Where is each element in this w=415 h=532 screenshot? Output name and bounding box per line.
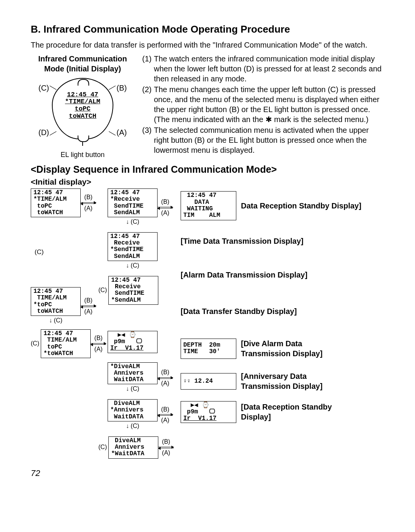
result-label-1: Data Reception Standby Display] xyxy=(241,201,361,211)
nav-a-2: (A) xyxy=(81,308,96,316)
mid-row-6: DiveALM *Annivers WaitDATA ↓ (C) (B) (A) xyxy=(108,399,181,431)
nav-a-m5: (A) xyxy=(158,380,173,388)
screen-line3: toPC xyxy=(56,106,110,113)
arrow-left-icon xyxy=(158,415,173,416)
mid-box-3: 12:45 47 Receive SendTIME *SendALM xyxy=(108,276,158,305)
intro-text: The procedure for data transfer is perfo… xyxy=(31,40,384,50)
arrow-left-icon xyxy=(81,307,96,307)
flow-diagram: 12:45 47 *TIME/ALM toPC toWATCH (B) (A) … xyxy=(31,188,384,459)
r7l1: ▶◀ ⌚ xyxy=(183,402,209,409)
flow-left-col: 12:45 47 *TIME/ALM toPC toWATCH (B) (A) … xyxy=(31,188,108,459)
mid-box-5: *DiveALM Annivers WaitDATA xyxy=(108,362,158,385)
step-text-3: The selected communication menu is activ… xyxy=(154,125,384,155)
r7l2: p9m 🖵 xyxy=(183,408,215,415)
left-box-2: 12:45 47 TIME/ALM *toPC toWATCH xyxy=(31,287,81,316)
mid-row-2: 12:45 47 Receive *SendTIME SendALM ↓ (C) xyxy=(108,232,181,271)
result-box-7: ▶◀ ⌚ p9m 🖵 Ir V1.17 xyxy=(181,401,236,423)
nav-a-m1: (A) xyxy=(158,209,173,217)
nav-b-m6: (B) xyxy=(158,406,173,414)
left-c-label-1: (C) xyxy=(35,248,108,256)
result-label-2: [Time Data Transmission Display] xyxy=(181,236,304,246)
watch-diagram: 12:45 47 *TIME/ALM toPC toWATCH (C) (B) … xyxy=(38,76,127,153)
step-text-1: The watch enters the infrared communicat… xyxy=(154,54,384,84)
section-heading: B. Infrared Communication Mode Operating… xyxy=(31,23,384,36)
arrow-right-icon xyxy=(158,447,174,447)
left-row-2: 12:45 47 TIME/ALM *toPC toWATCH ↓ (C) (B… xyxy=(31,287,108,325)
step-text-2: The menu changes each time the upper lef… xyxy=(154,84,384,124)
result-row-4: [Data Transfer Standby Display] xyxy=(181,290,384,332)
r7l3: Ir V1.17 xyxy=(183,415,216,422)
mid-box-1: 12:45 47 *Receive SendTIME SendALM xyxy=(108,188,158,217)
left-c-label-3: (C) xyxy=(31,340,39,348)
arrow-right-icon xyxy=(91,343,106,344)
mid-row-3: (C) 12:45 47 Receive SendTIME *SendALM xyxy=(108,276,181,305)
m4l2: p9m 🖵 xyxy=(110,338,142,345)
step-3: (3) The selected communication menu is a… xyxy=(142,125,384,155)
result-label-3: [Alarm Data Transmission Display] xyxy=(181,270,307,280)
nav-b-2: (B) xyxy=(81,297,96,305)
mid-box-6: DiveALM *Annivers WaitDATA xyxy=(108,399,158,421)
nav-a-m6: (A) xyxy=(158,416,173,425)
mini-c-m5: ↓ (C) xyxy=(126,385,139,393)
mid-row-4: ▶◀ ⌚ p9m 🖵 Ir V1.17 xyxy=(108,331,181,353)
nav-b-3: (B) xyxy=(91,334,106,342)
nav-b-1: (B) xyxy=(81,193,96,202)
arrow-left-icon xyxy=(81,203,96,204)
step-1: (1) The watch enters the infrared commun… xyxy=(142,54,384,84)
page-number: 72 xyxy=(31,468,384,479)
result-row-1: 12:45 47 DATA WAITING TIM ALM Data Recep… xyxy=(181,188,384,223)
result-label-6: [Anniversary Data Transmission Display] xyxy=(241,371,329,391)
result-label-5: [Dive Alarm Data Transmission Display] xyxy=(241,339,329,359)
result-row-5: DEPTH 20m TIME 30' [Dive Alarm Data Tran… xyxy=(181,332,384,365)
top-section: Infrared Communication Mode (Initial Dis… xyxy=(31,54,384,159)
steps-column: (1) The watch enters the infrared commun… xyxy=(142,54,384,159)
label-a: (A) xyxy=(116,127,127,137)
watch-title: Infrared Communication Mode (Initial Dis… xyxy=(31,54,134,74)
nav-m6: (B) (A) xyxy=(158,406,173,425)
line-c xyxy=(50,86,56,90)
result-label-7: [Data Reception Standby Display] xyxy=(241,402,341,422)
flow-right-col: 12:45 47 DATA WAITING TIM ALM Data Recep… xyxy=(181,188,384,459)
mini-c-m1: ↓ (C) xyxy=(126,218,139,226)
m4l1: ▶◀ ⌚ xyxy=(110,332,136,339)
el-stem xyxy=(82,141,83,146)
result-box-6: ♀♀ 12.24 xyxy=(181,373,236,390)
step-num-2: (2) xyxy=(142,84,151,124)
result-box-5: DEPTH 20m TIME 30' xyxy=(181,339,236,359)
nav-a-3: (A) xyxy=(91,345,106,354)
watch-column: Infrared Communication Mode (Initial Dis… xyxy=(31,54,134,159)
watch-screen: 12:45 47 *TIME/ALM toPC toWATCH xyxy=(56,91,110,120)
result-row-7: ▶◀ ⌚ p9m 🖵 Ir V1.17 [Data Reception Stan… xyxy=(181,398,384,426)
arrow-left-icon xyxy=(91,344,106,345)
label-b: (B) xyxy=(116,83,127,93)
nav-b-m1: (B) xyxy=(158,198,173,206)
flow-mid-col: 12:45 47 *Receive SendTIME SendALM ↓ (C)… xyxy=(108,188,181,459)
arrow-right-icon xyxy=(81,306,96,306)
nav-1: (B) (A) xyxy=(81,193,96,213)
nav-b-m5: (B) xyxy=(158,368,173,377)
arrow-right-icon xyxy=(158,207,173,207)
screen-line4: toWATCH xyxy=(56,113,110,120)
mid-box-2: 12:45 47 Receive *SendTIME SendALM xyxy=(108,232,158,261)
m4l3: Ir V1.17 xyxy=(110,345,143,352)
nav-b-m7: (B) xyxy=(158,438,174,446)
nav-a-1: (A) xyxy=(81,205,96,213)
nav-2: (B) (A) xyxy=(81,297,96,316)
nav-m5: (B) (A) xyxy=(158,368,173,388)
spacer xyxy=(108,310,181,325)
arrow-left-icon xyxy=(158,378,173,379)
mini-c-m2: ↓ (C) xyxy=(126,262,139,270)
mid-row-1: 12:45 47 *Receive SendTIME SendALM ↓ (C)… xyxy=(108,188,181,227)
watch-bottom-lug xyxy=(78,135,89,142)
left-box-3: 12:45 47 TIME/ALM toPC *toWATCH xyxy=(41,329,91,358)
result-label-4: [Data Transfer Standby Display] xyxy=(181,306,297,316)
arrow-right-icon xyxy=(81,202,96,203)
label-c: (C) xyxy=(38,83,49,93)
arrow-left-icon xyxy=(158,448,174,448)
arrow-left-icon xyxy=(158,208,173,208)
nav-a-m7: (A) xyxy=(158,449,174,457)
left-box-1: 12:45 47 *TIME/ALM toPC toWATCH xyxy=(31,188,81,217)
result-row-6: ♀♀ 12.24 [Anniversary Data Transmission … xyxy=(181,365,384,398)
mini-c-2: ↓ (C) xyxy=(49,317,63,325)
arrow-right-icon xyxy=(158,377,173,378)
